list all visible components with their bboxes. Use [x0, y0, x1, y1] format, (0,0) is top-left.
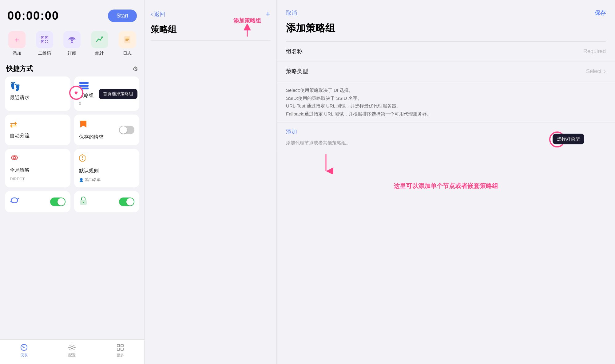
- footprint-icon: 👣: [10, 81, 65, 92]
- toggle-1[interactable]: [50, 198, 65, 206]
- save-button[interactable]: 保存: [595, 9, 606, 17]
- tab-dashboard-label: 仪表: [20, 353, 28, 358]
- shortcut-strategy-group[interactable]: 策略组 0 ♥ 首页选择策略组: [74, 76, 140, 111]
- back-label: 返回: [154, 10, 165, 18]
- auto-split-label: 自动分流: [10, 133, 65, 139]
- middle-divider: [151, 40, 270, 41]
- svg-rect-9: [47, 42, 48, 43]
- back-button[interactable]: ‹ 返回: [151, 10, 165, 18]
- start-button[interactable]: Start: [108, 10, 137, 22]
- tab-config-label: 配置: [68, 353, 76, 358]
- rules-icon: [79, 154, 135, 165]
- qrcode-label: 二维码: [38, 51, 51, 56]
- bottom-annotation-text: 这里可以添加单个节点或者嵌套策略组: [394, 182, 498, 190]
- tab-dashboard[interactable]: 仪表: [20, 343, 28, 358]
- default-rules-label: 默认规则: [79, 168, 135, 174]
- saved-toggle[interactable]: [119, 126, 134, 134]
- subscribe-icon-item[interactable]: 订阅: [63, 31, 81, 56]
- header-bar: 00:00:00 Start: [0, 0, 144, 26]
- toggle-2[interactable]: [119, 198, 134, 206]
- strategy-type-row[interactable]: 策略类型 Select › ♥ 选择好类型: [277, 61, 615, 81]
- add-annotation: 添加策略组: [233, 17, 261, 40]
- global-strategy-label: 全局策略: [10, 167, 65, 174]
- shortcut-recent-requests[interactable]: 👣 最近请求: [5, 76, 70, 111]
- svg-rect-38: [117, 348, 120, 350]
- svg-rect-3: [42, 37, 43, 38]
- shortcuts-grid: 👣 最近请求 策略组 0 ♥ 首页选择策略组: [0, 76, 144, 212]
- qrcode-icon-item[interactable]: 二维码: [36, 31, 53, 56]
- svg-rect-39: [121, 348, 123, 350]
- tab-more[interactable]: 更多: [116, 343, 124, 358]
- svg-point-35: [71, 346, 73, 349]
- shortcut-global-strategy[interactable]: 全局策略 DIRECT: [5, 149, 70, 187]
- chevron-right-icon: ›: [604, 68, 606, 75]
- svg-rect-4: [46, 37, 47, 38]
- svg-rect-19: [79, 85, 89, 87]
- recent-requests-label: 最近请求: [10, 95, 65, 101]
- shortcut-toggle-1[interactable]: [5, 191, 70, 212]
- group-name-placeholder: Required: [583, 48, 606, 55]
- shortcut-toggle-2[interactable]: [74, 191, 140, 212]
- strategy-type-value: Select ›: [586, 68, 606, 75]
- add-annotation-text: 添加策略组: [233, 17, 261, 24]
- heart-circle-left: ♥: [69, 86, 83, 100]
- right-panel: 取消 保存 添加策略组 组名称 Required 策略类型 Select › ♥…: [277, 0, 615, 364]
- default-rules-sub: 👤黑/白名单: [79, 177, 135, 182]
- tab-bar: 仪表 配置 更多: [0, 339, 144, 364]
- more-icon: [116, 343, 124, 351]
- subscribe-icon: [63, 31, 81, 48]
- qrcode-icon: [36, 31, 53, 48]
- strategy-type-tooltip: 选择好类型: [553, 134, 584, 144]
- shortcut-saved-requests[interactable]: 保存的请求: [74, 115, 140, 145]
- strategy-tooltip-left: 首页选择策略组: [99, 89, 137, 99]
- svg-rect-6: [45, 40, 46, 41]
- svg-point-29: [82, 159, 83, 160]
- strategy-type-select: Select: [586, 68, 601, 75]
- svg-point-21: [13, 156, 16, 159]
- saved-requests-label: 保存的请求: [79, 134, 135, 140]
- add-strategy-button[interactable]: +: [266, 9, 270, 19]
- filter-icon[interactable]: ⚙: [133, 65, 138, 72]
- middle-panel: ‹ 返回 + 策略组 添加策略组: [145, 0, 277, 364]
- cancel-button[interactable]: 取消: [286, 9, 297, 17]
- left-panel: 00:00:00 Start + 添加: [0, 0, 145, 364]
- back-arrow-icon: ‹: [151, 10, 153, 18]
- config-icon: [68, 343, 76, 351]
- add-icon-item[interactable]: + 添加: [8, 31, 26, 56]
- shortcut-default-rules[interactable]: 默认规则 👤黑/白名单: [74, 149, 140, 187]
- bottom-annotation-area: 这里可以添加单个节点或者嵌套策略组: [277, 151, 615, 190]
- group-name-row[interactable]: 组名称 Required: [277, 41, 615, 61]
- tab-more-label: 更多: [117, 353, 124, 358]
- log-label: 日志: [123, 51, 132, 56]
- add-icon: +: [8, 31, 26, 48]
- stats-label: 统计: [95, 51, 104, 56]
- svg-rect-37: [121, 344, 123, 347]
- shortcuts-title: 快捷方式: [6, 64, 33, 73]
- add-label: 添加: [13, 51, 21, 56]
- svg-point-10: [71, 39, 73, 41]
- bottom-arrow-icon: [314, 153, 338, 174]
- shortcuts-header: 快捷方式 ⚙: [0, 59, 144, 76]
- log-icon-item[interactable]: 日志: [119, 31, 136, 56]
- split-icon: ⇄: [10, 119, 65, 130]
- svg-rect-36: [117, 344, 120, 347]
- global-icon: [10, 154, 65, 164]
- icon-grid: + 添加 二维码: [0, 26, 144, 59]
- strategy-description-area: Select:使用策略取决于 UI 选择。 SSID:使用的策略取决于 SSID…: [277, 81, 615, 123]
- shortcut-auto-split[interactable]: ⇄ 自动分流: [5, 115, 70, 145]
- strategy-type-label: 策略类型: [286, 68, 308, 75]
- dashboard-icon: [20, 343, 28, 351]
- stats-icon-item[interactable]: 统计: [91, 31, 108, 56]
- subscribe-label: 订阅: [68, 51, 76, 56]
- svg-rect-5: [42, 41, 43, 42]
- strategy-description: Select:使用策略取决于 UI 选择。 SSID:使用的策略取决于 SSID…: [286, 86, 606, 118]
- log-icon: [119, 31, 136, 48]
- right-header: 取消 保存: [277, 0, 615, 22]
- global-strategy-sub: DIRECT: [10, 177, 65, 181]
- up-arrow-icon: [241, 24, 253, 40]
- tab-config[interactable]: 配置: [68, 343, 76, 358]
- svg-rect-18: [79, 82, 89, 84]
- timer-display: 00:00:00: [7, 9, 59, 22]
- svg-point-13: [101, 37, 103, 38]
- group-name-label: 组名称: [286, 48, 303, 55]
